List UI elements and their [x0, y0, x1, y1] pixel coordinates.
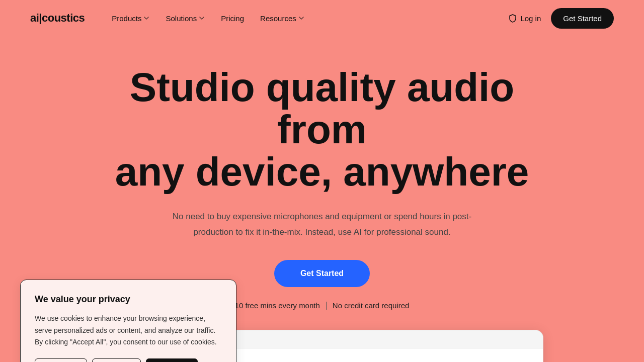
reject-all-button[interactable]: Reject All — [92, 358, 140, 362]
cookie-body: We use cookies to enhance your browsing … — [35, 313, 222, 348]
nav-left: ai|coustics Products Solutions Pricing R… — [30, 10, 311, 27]
cookie-title: We value your privacy — [35, 294, 222, 305]
accept-all-button[interactable]: Accept All — [146, 358, 198, 362]
hero-description: No need to buy expensive microphones and… — [171, 209, 473, 240]
feature-divider — [326, 302, 327, 310]
get-started-nav-button[interactable]: Get Started — [551, 8, 614, 29]
nav-links: Products Solutions Pricing Resources — [105, 10, 311, 27]
navbar: ai|coustics Products Solutions Pricing R… — [0, 0, 644, 36]
chevron-down-icon — [199, 15, 205, 21]
shield-icon — [508, 14, 517, 23]
nav-right: Log in Get Started — [508, 8, 614, 29]
chevron-down-icon — [298, 15, 304, 21]
logo[interactable]: ai|coustics — [30, 12, 85, 25]
customize-button[interactable]: Customize — [35, 358, 87, 362]
nav-resources[interactable]: Resources — [253, 10, 311, 27]
cookie-actions: Customize Reject All Accept All — [35, 358, 222, 362]
feature-free-mins: 10 free mins every month — [235, 301, 320, 310]
nav-products[interactable]: Products — [105, 10, 156, 27]
login-button[interactable]: Log in — [508, 14, 541, 23]
cookie-banner: We value your privacy We use cookies to … — [20, 280, 236, 362]
hero-cta-button[interactable]: Get Started — [274, 260, 370, 287]
chevron-down-icon — [143, 15, 149, 21]
hero-heading: Studio quality audio from any device, an… — [96, 66, 548, 193]
nav-pricing[interactable]: Pricing — [214, 10, 251, 27]
feature-no-card: No credit card required — [333, 301, 410, 310]
nav-solutions[interactable]: Solutions — [158, 10, 212, 27]
